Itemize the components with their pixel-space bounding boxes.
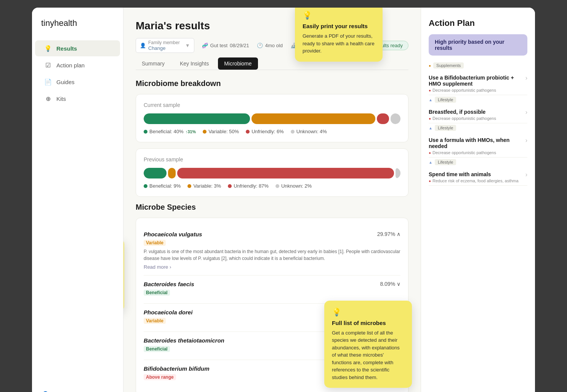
action-item-probiotic[interactable]: Use a Bifidobacterium probiotic + HMO su… xyxy=(429,71,527,95)
action-item-animals[interactable]: Spend time with animals ● Reduce risk of… xyxy=(429,167,527,186)
action-category-lifestyle-2: ▲ Lifestyle xyxy=(429,125,527,131)
sidebar-item-results[interactable]: 💡 Results xyxy=(35,40,120,56)
print-tooltip: 💡 Easily print your results Generate a P… xyxy=(295,8,383,62)
species-tag-1: Beneficial xyxy=(144,290,170,296)
action-item-formula[interactable]: Use a formula with HMOs, when needed ● D… xyxy=(429,133,527,158)
action-sub-formula: ● Decrease opportunistic pathogens xyxy=(429,150,522,155)
previous-sample-label: Previous sample xyxy=(144,156,400,163)
current-unknown-bar xyxy=(391,113,400,124)
prev-unknown-bar xyxy=(396,168,400,178)
beneficial-label: Beneficial: 40% xyxy=(149,129,184,134)
beneficial-dot xyxy=(144,130,147,134)
previous-sample-card: Previous sample Beneficial: 9% Variable:… xyxy=(136,148,408,197)
prev-unfriendly-bar xyxy=(177,168,394,178)
tab-key-insights[interactable]: Key Insights xyxy=(174,57,215,70)
variable-dot xyxy=(203,130,207,134)
prev-unfriendly-dot xyxy=(228,184,232,188)
family-member-label: Family member xyxy=(148,40,180,45)
sidebar-item-kits[interactable]: ⊕ Kits xyxy=(35,91,120,107)
family-dropdown-icon: ▼ xyxy=(185,43,190,48)
action-item-breastfeed[interactable]: Breastfeed, if possible ● Decrease oppor… xyxy=(429,105,527,123)
species-desc-0: P. vulgatus is one of the most abundant … xyxy=(144,248,400,262)
bvsu-tooltip: 💡 Beneficial vs Unfriendly See the propo… xyxy=(123,239,124,311)
account-item[interactable]: 👤 Account xyxy=(32,387,123,392)
action-plan-icon: ☑ xyxy=(44,61,52,69)
species-item-1: Bacteroides faecis 8.09% ∨ Beneficial xyxy=(144,276,400,304)
prev-beneficial-label: Beneficial: 9% xyxy=(149,183,181,189)
current-unfriendly-bar xyxy=(377,113,389,124)
logo-text-light: health xyxy=(54,18,77,28)
action-category-lifestyle-1: ▲ Lifestyle xyxy=(429,97,527,103)
previous-sample-legend: Beneficial: 9% Variable: 3% Unfriendly: … xyxy=(144,183,400,189)
tab-summary[interactable]: Summary xyxy=(136,57,171,70)
legend-unfriendly: Unfriendly: 6% xyxy=(246,129,284,134)
sidebar: tinyhealth 💡 Results ☑ Action plan 📄 Gui… xyxy=(32,8,123,392)
species-name-4: Bifidobacterium bifidum xyxy=(144,365,210,372)
sidebar-item-kits-label: Kits xyxy=(56,96,66,102)
unknown-label: Unknown: 4% xyxy=(296,129,327,134)
sidebar-item-action-plan[interactable]: ☑ Action plan xyxy=(35,57,120,73)
species-item-0: Phocaeicola vulgatus 29.97% ∧ Variable P… xyxy=(144,226,400,276)
current-sample-label: Current sample xyxy=(144,102,400,108)
microbes-tooltip-text: Get a complete list of all the species w… xyxy=(332,329,404,381)
prev-beneficial-dot xyxy=(144,184,147,188)
cat-tag-lifestyle-1: Lifestyle xyxy=(435,97,456,103)
family-member-change[interactable]: Change xyxy=(148,45,180,51)
action-main-animals: Spend time with animals ● Reduce risk of… xyxy=(429,171,522,183)
action-plan-panel: Action Plan High priority based on your … xyxy=(421,8,535,392)
priority-banner[interactable]: High priority based on your results xyxy=(429,34,527,56)
action-title-probiotic: Use a Bifidobacterium probiotic + HMO su… xyxy=(429,75,522,87)
action-group-formula: ▲ Lifestyle Use a formula with HMOs, whe… xyxy=(429,125,527,158)
family-member-select[interactable]: 👤 Family member Change ▼ xyxy=(136,38,194,53)
prev-variable-bar xyxy=(168,168,176,178)
action-main-formula: Use a formula with HMOs, when needed ● D… xyxy=(429,137,522,155)
unfriendly-dot xyxy=(246,130,250,134)
age: 4mo old xyxy=(265,43,283,48)
action-sub-animals: ● Reduce risk of eczema, food allergies,… xyxy=(429,178,522,183)
action-title-formula: Use a formula with HMOs, when needed xyxy=(429,137,522,149)
unknown-dot xyxy=(291,130,295,134)
species-tag-0: Variable xyxy=(144,240,166,246)
species-name-2: Phocaeicola dorei xyxy=(144,309,192,316)
prev-legend-unfriendly: Unfriendly: 87% xyxy=(228,183,269,189)
current-sample-card: Current sample Beneficial: 40% ↑31% xyxy=(136,94,408,142)
prev-beneficial-bar xyxy=(144,168,167,178)
current-beneficial-bar xyxy=(144,113,250,124)
unfriendly-label: Unfriendly: 6% xyxy=(251,129,284,134)
species-name-1: Bacteroides faecis xyxy=(144,281,194,287)
sidebar-item-results-label: Results xyxy=(56,45,77,52)
prev-unfriendly-label: Unfriendly: 87% xyxy=(234,183,269,189)
sidebar-item-guides[interactable]: 📄 Guides xyxy=(35,74,120,90)
sidebar-item-action-plan-label: Action plan xyxy=(56,62,85,69)
legend-variable: Variable: 50% xyxy=(203,129,239,134)
logo-text-bold: tiny xyxy=(41,18,54,28)
sidebar-item-guides-label: Guides xyxy=(56,79,75,85)
action-group-supplements: ● Supplements Use a Bifidobacterium prob… xyxy=(429,62,527,95)
prev-legend-variable: Variable: 3% xyxy=(187,183,221,189)
current-variable-bar xyxy=(251,113,375,124)
gut-icon: 🧬 xyxy=(202,43,208,48)
read-more-0[interactable]: Read more › xyxy=(144,264,400,270)
prev-unknown-dot xyxy=(275,184,279,188)
species-tag-4: Above range xyxy=(144,374,176,380)
test-info: 🧬 Gut test 08/29/21 xyxy=(202,43,249,48)
action-group-breastfeed: ▲ Lifestyle Breastfeed, if possible ● De… xyxy=(429,97,527,123)
tab-microbiome[interactable]: Microbiome xyxy=(218,57,258,70)
prev-variable-dot xyxy=(187,184,191,188)
species-card: 💡 Full list of microbes Get a complete l… xyxy=(136,218,408,392)
current-sample-legend: Beneficial: 40% ↑31% Variable: 50% Unfri… xyxy=(144,129,400,134)
action-arrow-animals: › xyxy=(525,171,527,178)
action-main-probiotic: Use a Bifidobacterium probiotic + HMO su… xyxy=(429,75,522,92)
microbes-tooltip: 💡 Full list of microbes Get a complete l… xyxy=(324,301,412,388)
lifestyle-dot-3: ▲ xyxy=(429,160,432,164)
previous-sample-bar xyxy=(144,168,400,178)
prev-legend-unknown: Unknown: 2% xyxy=(275,183,312,189)
print-tooltip-text: Generate a PDF of your results, ready to… xyxy=(303,32,375,55)
species-pct-0: 29.97% ∧ xyxy=(377,231,400,237)
microbiome-section-title: Microbiome breakdown xyxy=(136,79,408,88)
action-sub-icon-probiotic: ● xyxy=(429,88,431,92)
action-sub-text-breastfeed: Decrease opportunistic pathogens xyxy=(432,116,496,121)
action-arrow-formula: › xyxy=(525,137,527,144)
action-sub-text-formula: Decrease opportunistic pathogens xyxy=(432,150,496,155)
age-info: 🕐 4mo old xyxy=(257,43,283,48)
